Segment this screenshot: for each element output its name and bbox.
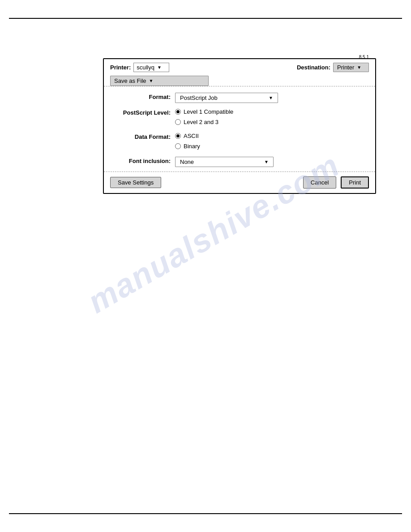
postscript-level-label: PostScript Level: — [110, 108, 175, 116]
format-dropdown-arrow-icon: ▼ — [269, 95, 273, 100]
version-label: 8.5.1 — [359, 55, 369, 60]
level1-option[interactable]: Level 1 Compatible — [175, 108, 233, 115]
format-label: Format: — [110, 93, 175, 100]
save-settings-button[interactable]: Save Settings — [110, 177, 161, 188]
postscript-level-control: Level 1 Compatible Level 2 and 3 — [175, 108, 233, 127]
data-format-row: Data Format: ASCII Binary — [110, 133, 369, 151]
ascii-label: ASCII — [184, 133, 199, 139]
data-format-label: Data Format: — [110, 133, 175, 140]
binary-option[interactable]: Binary — [175, 143, 200, 150]
format-control: PostScript Job ▼ — [175, 93, 278, 103]
printer-label: Printer: — [110, 64, 131, 71]
ascii-option[interactable]: ASCII — [175, 133, 200, 139]
level2-label: Level 2 and 3 — [184, 119, 218, 125]
cancel-button[interactable]: Cancel — [303, 176, 336, 189]
font-inclusion-row: Font inclusion: None ▼ — [110, 157, 369, 167]
destination-value: Printer — [337, 64, 354, 71]
font-inclusion-dropdown[interactable]: None ▼ — [175, 157, 274, 167]
level1-label: Level 1 Compatible — [184, 108, 233, 115]
level1-radio[interactable] — [175, 109, 181, 115]
print-dialog: Printer: scullyq ▼ 8.5.1 Destination: Pr… — [103, 58, 376, 194]
destination-label: Destination: — [297, 64, 330, 71]
font-inclusion-value: None — [180, 159, 194, 165]
data-format-control: ASCII Binary — [175, 133, 200, 151]
page-border-top — [9, 18, 402, 19]
save-as-dropdown-arrow-icon: ▼ — [149, 78, 154, 83]
printer-dropdown[interactable]: scullyq ▼ — [133, 63, 169, 72]
page-border-bottom — [9, 513, 402, 514]
format-dropdown[interactable]: PostScript Job ▼ — [175, 93, 278, 103]
font-inclusion-control: None ▼ — [175, 157, 274, 167]
save-as-label: Save as File — [114, 77, 146, 84]
destination-dropdown[interactable]: Printer ▼ — [333, 63, 369, 72]
font-inclusion-label: Font inclusion: — [110, 157, 175, 164]
dialog-header-row: Printer: scullyq ▼ 8.5.1 Destination: Pr… — [104, 59, 375, 74]
format-value: PostScript Job — [180, 94, 218, 101]
print-button[interactable]: Print — [341, 176, 369, 189]
format-row: Format: PostScript Job ▼ — [110, 93, 369, 103]
level2-radio[interactable] — [175, 119, 181, 125]
printer-value: scullyq — [137, 64, 154, 71]
save-as-dropdown[interactable]: Save as File ▼ — [110, 76, 209, 86]
save-as-row: Save as File ▼ — [104, 74, 375, 86]
destination-dropdown-arrow-icon: ▼ — [357, 65, 361, 70]
binary-label: Binary — [184, 143, 200, 150]
level2-option[interactable]: Level 2 and 3 — [175, 119, 233, 125]
binary-radio[interactable] — [175, 143, 181, 149]
content-area: Format: PostScript Job ▼ PostScript Leve… — [104, 86, 375, 172]
postscript-level-row: PostScript Level: Level 1 Compatible Lev… — [110, 108, 369, 127]
ascii-radio[interactable] — [175, 133, 181, 139]
dialog-footer: Save Settings Cancel Print — [104, 172, 375, 193]
action-buttons: Cancel Print — [303, 176, 369, 189]
font-inclusion-dropdown-arrow-icon: ▼ — [264, 159, 269, 164]
printer-dropdown-arrow-icon: ▼ — [157, 65, 162, 70]
